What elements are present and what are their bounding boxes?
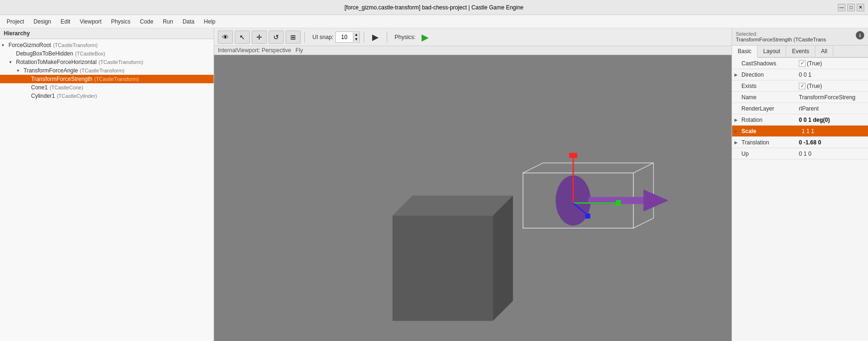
hierarchy-tree: ▾ ForceGizmoRoot (TCastleTransform) Debu…	[0, 39, 214, 341]
prop-value: 0 0 1	[796, 70, 868, 79]
physics-play-button[interactable]: ▶	[417, 31, 432, 44]
tree-label: TransformForceStrength	[31, 76, 92, 82]
window-title: [force_gizmo.castle-transform] bad-chess…	[344, 4, 524, 11]
prop-value-text: rlParent	[799, 105, 819, 112]
prop-name: RenderLayer	[740, 104, 796, 113]
ui-snap-input[interactable]	[336, 34, 353, 40]
prop-name: Exists	[740, 81, 796, 91]
snap-up-arrow[interactable]: ▲	[353, 32, 359, 37]
minimize-button[interactable]: —	[838, 4, 845, 11]
tree-type: (TCastleBox)	[75, 51, 105, 56]
tree-type: (TCastleCone)	[49, 85, 83, 90]
prop-value-orange: 1 1 1	[799, 127, 817, 135]
viewport-info: InternalViewport: Perspective Fly	[214, 46, 732, 55]
tree-label: ForceGizmoRoot	[8, 42, 51, 48]
svg-marker-1	[392, 215, 493, 321]
property-row[interactable]: ▶ Rotation 0 0 1 deg(0)	[732, 114, 868, 126]
tree-item[interactable]: Cone1 (TCastleCone)	[0, 83, 214, 92]
tab-events[interactable]: Events	[786, 46, 815, 57]
svg-rect-17	[616, 200, 621, 206]
toolbar-sep2	[364, 32, 364, 43]
prop-value: ✓ (True)	[796, 81, 868, 91]
property-row[interactable]: ▶ Direction 0 0 1	[732, 69, 868, 80]
property-row[interactable]: Exists ✓ (True)	[732, 80, 868, 92]
scale-mode-button[interactable]: ⊞	[286, 31, 301, 44]
right-panel: Selected: TransformForceStrength (TCastl…	[732, 28, 868, 341]
camera-mode-button[interactable]: 👁	[218, 31, 233, 44]
prop-name: Direction	[740, 70, 796, 79]
info-icon-button[interactable]: i	[856, 31, 864, 40]
menu-physics[interactable]: Physics	[106, 16, 135, 27]
main-area: Hierarchy ▾ ForceGizmoRoot (TCastleTrans…	[0, 28, 868, 341]
tree-item[interactable]: ▾ ForceGizmoRoot (TCastleTransform)	[0, 41, 214, 49]
prop-value-text: 0 0 1	[799, 71, 812, 78]
prop-value-bold: 0 -1.68 0	[799, 139, 821, 146]
prop-expander[interactable]: ▶	[732, 140, 740, 145]
viewport-3d[interactable]	[214, 55, 732, 341]
tree-expander[interactable]: ▾	[9, 60, 16, 64]
tree-expander[interactable]: ▾	[2, 43, 8, 48]
prop-expander[interactable]: ▶	[732, 72, 740, 77]
prop-name: Rotation	[740, 115, 796, 125]
property-row[interactable]: Name TransformForceStreng	[732, 92, 868, 103]
close-button[interactable]: ✕	[857, 4, 864, 11]
prop-value: 0 1 0	[796, 149, 868, 159]
menu-project[interactable]: Project	[2, 16, 29, 27]
tab-all[interactable]: All	[815, 46, 833, 57]
svg-rect-19	[585, 214, 590, 219]
prop-expander[interactable]: ▶	[732, 129, 740, 134]
menu-run[interactable]: Run	[158, 16, 178, 27]
tree-item[interactable]: ▾ RotationToMakeForceHorizontal (TCastle…	[0, 58, 214, 66]
tree-label: TransformForceAngle	[24, 67, 78, 74]
menu-code[interactable]: Code	[135, 16, 158, 27]
tree-item[interactable]: TransformForceStrength (TCastleTransform…	[0, 75, 214, 83]
prop-name: Scale	[740, 127, 796, 136]
tab-layout[interactable]: Layout	[757, 46, 786, 57]
viewport-info-line1: InternalViewport: Perspective	[218, 47, 291, 54]
prop-value: rlParent	[796, 104, 868, 113]
prop-expander[interactable]: ▶	[732, 118, 740, 122]
ui-snap-spinbox[interactable]: ▲ ▼	[335, 32, 360, 43]
menu-design[interactable]: Design	[29, 16, 56, 27]
prop-name: Name	[740, 93, 796, 102]
tree-type: (TCastleTransform)	[53, 42, 98, 48]
select-mode-button[interactable]: ↖	[235, 31, 250, 44]
tree-label: Cone1	[31, 84, 48, 91]
prop-value: ✓ (True)	[796, 58, 868, 68]
tab-basic[interactable]: Basic	[732, 46, 757, 58]
menu-edit[interactable]: Edit	[56, 16, 75, 27]
tree-item[interactable]: DebugBoxToBeHidden (TCastleBox)	[0, 49, 214, 58]
property-row[interactable]: RenderLayer rlParent	[732, 103, 868, 114]
property-row[interactable]: ▶ Translation 0 -1.68 0	[732, 137, 868, 148]
title-bar: [force_gizmo.castle-transform] bad-chess…	[0, 0, 868, 15]
tree-item[interactable]: Cylinder1 (TCastleCylinder)	[0, 92, 214, 100]
selected-name: TransformForceStrength (TCastleTrans	[736, 37, 826, 42]
rotate-mode-button[interactable]: ↺	[269, 31, 284, 44]
hierarchy-header: Hierarchy	[0, 28, 214, 39]
tree-item[interactable]: ▾ TransformForceAngle (TCastleTransform)	[0, 66, 214, 75]
tree-label: RotationToMakeForceHorizontal	[16, 59, 96, 65]
tree-expander[interactable]: ▾	[17, 68, 24, 73]
property-row[interactable]: ▶ Scale 1 1 1	[732, 126, 868, 137]
menu-help[interactable]: Help	[199, 16, 220, 27]
translate-mode-button[interactable]: ✛	[252, 31, 267, 44]
hierarchy-panel: Hierarchy ▾ ForceGizmoRoot (TCastleTrans…	[0, 28, 214, 341]
tree-type: (TCastleTransform)	[98, 59, 143, 65]
properties-list: CastShadows ✓ (True) ▶ Direction 0 0 1 E…	[732, 58, 868, 341]
menu-viewport[interactable]: Viewport	[75, 16, 106, 27]
ui-snap-label: UI snap:	[312, 34, 334, 40]
property-row[interactable]: Up 0 1 0	[732, 148, 868, 159]
svg-marker-3	[493, 196, 513, 321]
play-button[interactable]: ▶	[368, 31, 383, 44]
maximize-button[interactable]: □	[847, 4, 855, 11]
toolbar: 👁 ↖ ✛ ↺ ⊞ UI snap: ▲ ▼ ▶ Physics: ▶	[214, 28, 732, 46]
prop-checkbox: ✓ (True)	[799, 83, 822, 89]
menu-data[interactable]: Data	[178, 16, 199, 27]
snap-down-arrow[interactable]: ▼	[353, 37, 359, 42]
prop-name: CastShadows	[740, 59, 796, 68]
tree-label: DebugBoxToBeHidden	[16, 50, 73, 57]
window-controls: — □ ✕	[838, 4, 864, 11]
selected-info: Selected: TransformForceStrength (TCastl…	[736, 31, 826, 42]
selected-label: Selected:	[736, 31, 826, 37]
property-row[interactable]: CastShadows ✓ (True)	[732, 58, 868, 69]
